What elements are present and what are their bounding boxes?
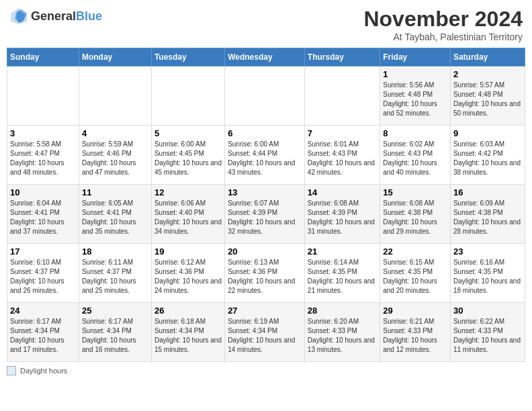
day-info: Sunrise: 6:21 AM Sunset: 4:33 PM Dayligh… [383,317,447,355]
calendar-cell: 6Sunrise: 6:00 AM Sunset: 4:44 PM Daylig… [225,126,305,185]
day-info: Sunrise: 6:20 AM Sunset: 4:33 PM Dayligh… [308,317,377,355]
day-info: Sunrise: 6:10 AM Sunset: 4:37 PM Dayligh… [10,258,76,295]
day-number: 9 [453,128,522,138]
calendar-cell: 13Sunrise: 6:07 AM Sunset: 4:39 PM Dayli… [225,185,305,244]
location: At Taybah, Palestinian Territory [363,32,523,42]
col-header-thursday: Thursday [304,48,380,66]
calendar-cell: 28Sunrise: 6:20 AM Sunset: 4:33 PM Dayli… [304,303,380,362]
day-number: 15 [383,187,447,197]
col-header-saturday: Saturday [450,48,525,66]
day-number: 14 [308,187,377,197]
day-info: Sunrise: 6:00 AM Sunset: 4:45 PM Dayligh… [154,140,222,177]
calendar-cell: 14Sunrise: 6:08 AM Sunset: 4:39 PM Dayli… [304,185,380,244]
day-info: Sunrise: 6:08 AM Sunset: 4:39 PM Dayligh… [308,199,377,236]
footer: Daylight hours [7,366,525,375]
calendar-cell [151,66,224,126]
day-info: Sunrise: 6:00 AM Sunset: 4:44 PM Dayligh… [228,140,302,177]
day-info: Sunrise: 6:08 AM Sunset: 4:38 PM Dayligh… [383,199,447,236]
day-info: Sunrise: 6:02 AM Sunset: 4:43 PM Dayligh… [383,140,447,177]
page-header: GeneralBlue November 2024 At Taybah, Pal… [7,7,525,42]
day-info: Sunrise: 6:01 AM Sunset: 4:43 PM Dayligh… [308,140,377,177]
day-info: Sunrise: 6:11 AM Sunset: 4:37 PM Dayligh… [82,258,148,295]
day-number: 1 [383,69,447,79]
daylight-legend-label: Daylight hours [20,367,67,375]
calendar-cell: 26Sunrise: 6:18 AM Sunset: 4:34 PM Dayli… [151,303,224,362]
calendar-cell: 24Sunrise: 6:17 AM Sunset: 4:34 PM Dayli… [7,303,79,362]
day-number: 25 [82,306,148,316]
calendar-cell: 23Sunrise: 6:16 AM Sunset: 4:35 PM Dayli… [450,244,525,303]
calendar-cell: 22Sunrise: 6:15 AM Sunset: 4:35 PM Dayli… [380,244,451,303]
calendar-cell: 5Sunrise: 6:00 AM Sunset: 4:45 PM Daylig… [151,126,224,185]
calendar-cell: 16Sunrise: 6:09 AM Sunset: 4:38 PM Dayli… [450,185,525,244]
day-info: Sunrise: 6:18 AM Sunset: 4:34 PM Dayligh… [154,317,222,355]
title-block: November 2024 At Taybah, Palestinian Ter… [363,7,523,42]
day-info: Sunrise: 6:17 AM Sunset: 4:34 PM Dayligh… [10,317,76,355]
calendar-cell: 18Sunrise: 6:11 AM Sunset: 4:37 PM Dayli… [79,244,151,303]
day-info: Sunrise: 6:06 AM Sunset: 4:40 PM Dayligh… [154,199,222,236]
day-number: 27 [228,306,302,316]
day-info: Sunrise: 6:09 AM Sunset: 4:38 PM Dayligh… [453,199,522,236]
day-number: 13 [228,187,302,197]
day-number: 30 [453,306,522,316]
day-info: Sunrise: 6:03 AM Sunset: 4:42 PM Dayligh… [453,140,522,177]
day-number: 12 [154,187,222,197]
col-header-friday: Friday [380,48,451,66]
day-info: Sunrise: 6:05 AM Sunset: 4:41 PM Dayligh… [82,199,148,236]
day-number: 3 [10,128,76,138]
calendar-cell: 19Sunrise: 6:12 AM Sunset: 4:36 PM Dayli… [151,244,224,303]
day-info: Sunrise: 6:14 AM Sunset: 4:35 PM Dayligh… [308,258,377,295]
day-info: Sunrise: 6:15 AM Sunset: 4:35 PM Dayligh… [383,258,447,295]
col-header-monday: Monday [79,48,151,66]
calendar-cell [225,66,305,126]
month-title: November 2024 [363,7,523,32]
day-number: 6 [228,128,302,138]
day-info: Sunrise: 5:58 AM Sunset: 4:47 PM Dayligh… [10,140,76,177]
logo-icon [9,7,28,26]
day-number: 26 [154,306,222,316]
calendar-cell: 27Sunrise: 6:19 AM Sunset: 4:34 PM Dayli… [225,303,305,362]
calendar-cell: 7Sunrise: 6:01 AM Sunset: 4:43 PM Daylig… [304,126,380,185]
calendar-cell: 3Sunrise: 5:58 AM Sunset: 4:47 PM Daylig… [7,126,79,185]
day-number: 20 [228,246,302,257]
calendar-cell [79,66,151,126]
calendar-cell [304,66,380,126]
calendar-cell: 21Sunrise: 6:14 AM Sunset: 4:35 PM Dayli… [304,244,380,303]
day-number: 4 [82,128,148,138]
day-info: Sunrise: 6:17 AM Sunset: 4:34 PM Dayligh… [82,317,148,355]
calendar-cell: 10Sunrise: 6:04 AM Sunset: 4:41 PM Dayli… [7,185,79,244]
calendar-cell: 17Sunrise: 6:10 AM Sunset: 4:37 PM Dayli… [7,244,79,303]
calendar-cell: 9Sunrise: 6:03 AM Sunset: 4:42 PM Daylig… [450,126,525,185]
logo-general: General [31,9,76,23]
day-info: Sunrise: 6:07 AM Sunset: 4:39 PM Dayligh… [228,199,302,236]
calendar-cell [7,66,79,126]
calendar-cell: 1Sunrise: 5:56 AM Sunset: 4:48 PM Daylig… [380,66,451,126]
day-number: 18 [82,246,148,257]
day-number: 24 [10,306,76,316]
logo: GeneralBlue [9,7,102,26]
calendar-cell: 29Sunrise: 6:21 AM Sunset: 4:33 PM Dayli… [380,303,451,362]
calendar-cell: 15Sunrise: 6:08 AM Sunset: 4:38 PM Dayli… [380,185,451,244]
day-number: 11 [82,187,148,197]
day-number: 28 [308,306,377,316]
day-number: 2 [453,69,522,79]
day-info: Sunrise: 5:57 AM Sunset: 4:48 PM Dayligh… [453,81,522,118]
col-header-wednesday: Wednesday [225,48,305,66]
day-number: 16 [453,187,522,197]
day-number: 19 [154,246,222,257]
day-number: 21 [308,246,377,257]
calendar-cell: 20Sunrise: 6:13 AM Sunset: 4:36 PM Dayli… [225,244,305,303]
day-number: 17 [10,246,76,257]
calendar-cell: 2Sunrise: 5:57 AM Sunset: 4:48 PM Daylig… [450,66,525,126]
day-number: 22 [383,246,447,257]
day-info: Sunrise: 6:16 AM Sunset: 4:35 PM Dayligh… [453,258,522,295]
day-info: Sunrise: 6:12 AM Sunset: 4:36 PM Dayligh… [154,258,222,295]
logo-blue: Blue [76,9,102,23]
day-info: Sunrise: 5:56 AM Sunset: 4:48 PM Dayligh… [383,81,447,118]
day-number: 8 [383,128,447,138]
calendar-cell: 11Sunrise: 6:05 AM Sunset: 4:41 PM Dayli… [79,185,151,244]
day-info: Sunrise: 5:59 AM Sunset: 4:46 PM Dayligh… [82,140,148,177]
calendar-cell: 25Sunrise: 6:17 AM Sunset: 4:34 PM Dayli… [79,303,151,362]
day-number: 29 [383,306,447,316]
day-number: 5 [154,128,222,138]
day-number: 7 [308,128,377,138]
